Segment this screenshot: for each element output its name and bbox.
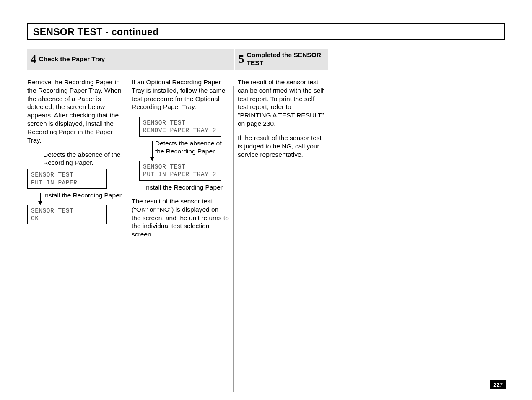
lcd-line: PUT IN PAPER TRAY 2 <box>143 171 217 178</box>
lcd-display-remove-tray2: SENSOR TEST REMOVE PAPER TRAY 2 <box>139 117 221 136</box>
lcd-line: SENSOR TEST <box>143 119 217 127</box>
step4-colB-para1: If an Optional Recording Paper Tray is i… <box>132 78 229 111</box>
step4-colA-para1: Remove the Recording Paper in the Record… <box>27 78 124 145</box>
step5-para1: The result of the sensor test can be con… <box>238 78 324 128</box>
step4-number: 4 <box>31 54 36 65</box>
column-c: The result of the sensor test can be con… <box>234 78 329 392</box>
content-columns: Remove the Recording Paper in the Record… <box>27 78 505 392</box>
column-b: If an Optional Recording Paper Tray is i… <box>128 78 233 392</box>
step5-number: 5 <box>239 54 244 65</box>
lcd-display-put-in-paper: SENSOR TEST PUT IN PAPER <box>27 169 107 188</box>
page-number: 227 <box>490 380 506 389</box>
step4-title: Check the Paper Tray <box>39 55 105 63</box>
step-header-row: 4 Check the Paper Tray 5 Completed the S… <box>27 49 328 70</box>
step4-colB-para2: The result of the sensor test ("OK" or "… <box>132 197 229 239</box>
column-a: Remove the Recording Paper in the Record… <box>27 78 128 392</box>
section-title: SENSOR TEST - continued <box>33 26 499 38</box>
lcd-line: PUT IN PAPER <box>31 179 103 187</box>
step4-colA-caption1: Detects the absence of the Recording Pap… <box>43 151 124 167</box>
lcd-display-put-in-tray2: SENSOR TEST PUT IN PAPER TRAY 2 <box>139 161 221 180</box>
lcd-line: SENSOR TEST <box>31 207 103 215</box>
step4-colB-caption2: Install the Recording Paper <box>144 183 229 191</box>
section-title-box: SENSOR TEST - continued <box>27 23 505 40</box>
step5-header: 5 Completed the SENSOR TEST <box>235 49 328 70</box>
step4-colA-caption2: Install the Recording Paper <box>43 191 124 199</box>
step5-title: Completed the SENSOR TEST <box>247 51 325 67</box>
lcd-line: SENSOR TEST <box>143 163 217 171</box>
lcd-line: REMOVE PAPER TRAY 2 <box>143 127 217 134</box>
step4-colB-caption1: Detects the absence of the Recording Pap… <box>155 139 229 156</box>
lcd-line: SENSOR TEST <box>31 171 103 179</box>
lcd-display-ok: SENSOR TEST OK <box>27 205 107 224</box>
step4-header: 4 Check the Paper Tray <box>27 49 234 70</box>
lcd-line: OK <box>31 215 103 222</box>
step5-para2: If the result of the sensor test is judg… <box>238 134 324 158</box>
